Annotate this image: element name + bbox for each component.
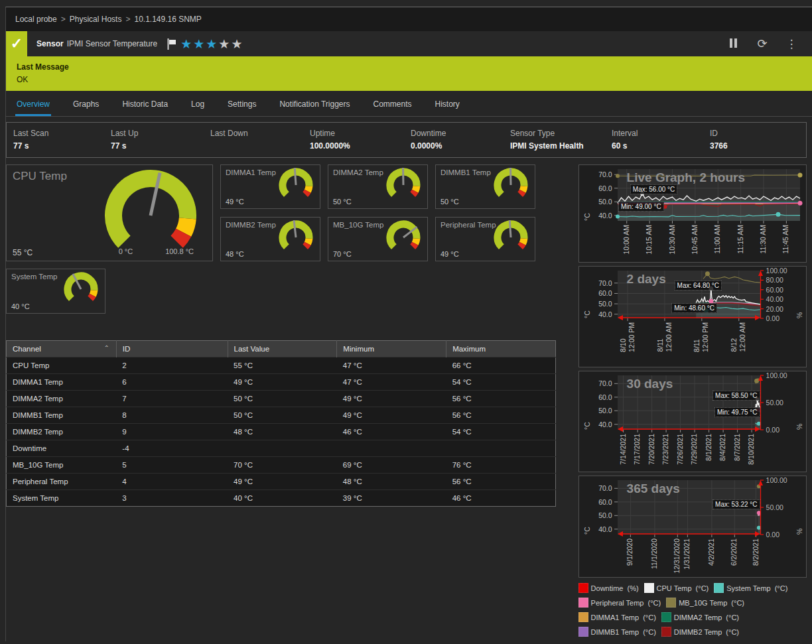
table-cell: 69 °C [337,457,446,474]
tab-overview[interactable]: Overview [15,99,51,116]
legend-unit: (%) [627,584,638,592]
legend-label: CPU Temp [657,584,692,592]
y-axis-tick-label: 50.0 [592,198,612,206]
table-cell: 3 [116,490,228,507]
graph-card-365-days[interactable]: °C70.060.050.040.0365 daysMax: 53.22 °C1… [578,476,807,578]
table-cell: 8 [116,407,228,424]
table-header-row: Channel⌃IDLast ValueMinimumMaximum [7,341,556,357]
table-cell: 49 °C [228,474,337,490]
column-header-last-value[interactable]: Last Value [228,341,337,357]
gauge-system-temp[interactable]: System Temp40 °C [6,269,105,314]
gauge-title: DIMMB1 Temp [440,168,491,176]
priority-stars[interactable]: ★★★★★ [180,38,243,50]
y-axis-tick-label: 60.0 [592,289,612,297]
small-gauges-grid: DIMMA1 Temp49 °CDIMMA2 Temp50 °CDIMMB1 T… [220,164,535,314]
breadcrumb-item[interactable]: Physical Hosts [70,15,122,24]
table-cell: 56 °C [446,391,556,407]
table-cell: 49 °C [337,407,446,424]
refresh-icon[interactable]: ⟳ [756,36,768,51]
table-row[interactable]: DIMMB1 Temp850 °C49 °C56 °C [7,407,556,424]
plot-area: 30 daysMax: 58.50 °CMin: 49.75 °C [618,375,760,430]
info-field-label: Uptime [310,129,404,138]
legend-swatch [666,598,676,608]
graph-card-2-days[interactable]: °C70.060.050.040.02 daysMax: 64.80 °CMin… [578,266,807,367]
breadcrumb-item[interactable]: Local probe [15,15,57,24]
gauge-dimma2-temp[interactable]: DIMMA2 Temp50 °C [328,164,428,209]
x-axis-tick-label: 7/17/2021 [633,434,642,465]
table-cell: 50 °C [228,391,337,407]
table-cell: Peripheral Temp [7,474,117,490]
gauge-value: 49 °C [440,250,459,258]
table-row[interactable]: Peripheral Temp449 °C48 °C56 °C [7,474,556,490]
tab-log[interactable]: Log [190,99,206,116]
legend-item-system-temp[interactable]: System Temp(°C) [714,583,787,593]
last-message-banner: Last Message OK [6,56,812,91]
table-row[interactable]: DIMMB2 Temp948 °C46 °C54 °C [7,424,556,440]
table-row[interactable]: DIMMA1 Temp649 °C47 °C54 °C [7,374,556,391]
tab-history[interactable]: History [434,99,461,116]
legend-item-downtime[interactable]: Downtime(%) [578,583,639,593]
star-icon[interactable]: ★ [206,37,218,51]
legend-item-dimma2-temp[interactable]: DIMMA2 Temp(°C) [661,612,739,622]
legend-item-cpu-temp[interactable]: CPU Temp(°C) [644,583,709,593]
graphs-column: °C70.060.050.040.0Live Graph, 2 hoursMax… [578,164,807,641]
star-icon[interactable]: ★ [180,37,193,51]
column-header-channel[interactable]: Channel⌃ [7,341,117,357]
table-row[interactable]: MB_10G Temp570 °C69 °C76 °C [7,457,556,474]
y-axis-tick-label: 40.0 [592,212,612,220]
star-icon[interactable]: ★ [231,37,243,51]
y-axis-tick-label: 50.0 [592,511,612,519]
kebab-menu-icon[interactable]: ⋮ [785,37,797,51]
legend-swatch [661,627,671,637]
star-icon[interactable]: ★ [218,37,231,51]
right-axis-tick-label: 20.00 [766,305,783,313]
table-row[interactable]: DIMMA2 Temp750 °C49 °C56 °C [7,391,556,407]
x-axis-tick-label: 7/20/2021 [647,434,656,465]
column-header-minimum[interactable]: Minimum [337,341,446,357]
legend-unit: (°C) [731,599,744,607]
gauge-cpu-temp[interactable]: CPU Temp55 °C0 °C100.8 °C [6,164,213,261]
table-cell: 48 °C [337,474,446,490]
legend-label: DIMMA1 Temp [591,613,640,621]
gauge-dimmb2-temp[interactable]: DIMMB2 Temp48 °C [220,217,320,261]
star-icon[interactable]: ★ [193,37,206,51]
gauge-title: DIMMA1 Temp [226,168,276,176]
legend-item-dimma1-temp[interactable]: DIMMA1 Temp(°C) [578,612,656,622]
legend-item-dimmb1-temp[interactable]: DIMMB1 Temp(°C) [578,627,656,637]
info-field-value: IPMI System Health [510,141,605,151]
column-header-id[interactable]: ID [116,341,228,357]
tab-comments[interactable]: Comments [372,99,413,116]
right-axis-tick-label: 0.00 [766,426,779,434]
legend-item-mb-10g-temp[interactable]: MB_10G Temp(°C) [666,598,744,608]
x-axis-tick-label: 9/1/2020 [626,539,634,566]
legend-item-dimmb2-temp[interactable]: DIMMB2 Temp(°C) [661,627,739,637]
graph-card-30-days[interactable]: °C70.060.050.040.030 daysMax: 58.50 °CMi… [578,371,807,472]
graph-card-live-graph-2-hours[interactable]: °C70.060.050.040.0Live Graph, 2 hoursMax… [578,164,807,263]
x-axis-tick-label: 8/10 12:00 PM [619,322,636,352]
table-row[interactable]: Downtime-4 [7,440,556,457]
tab-graphs[interactable]: Graphs [72,99,100,116]
legend-unit: (°C) [647,599,661,607]
priority-flag-icon[interactable] [167,38,176,50]
tab-notification-triggers[interactable]: Notification Triggers [278,99,351,116]
table-cell: 40 °C [228,490,337,507]
legend-item-peripheral-temp[interactable]: Peripheral Temp(°C) [578,598,661,608]
table-cell: DIMMB2 Temp [7,424,117,440]
table-row[interactable]: System Temp340 °C39 °C46 °C [7,490,556,507]
gauge-peripheral-temp[interactable]: Peripheral Temp49 °C [435,217,535,261]
gauge-dial: 0 °C100.8 °C [94,166,207,262]
table-cell: Downtime [7,440,117,457]
gauge-dimma1-temp[interactable]: DIMMA1 Temp49 °C [220,164,320,209]
table-cell: DIMMB1 Temp [7,407,117,424]
column-header-maximum[interactable]: Maximum [446,341,556,357]
pause-icon[interactable] [727,38,739,50]
gauge-dimmb1-temp[interactable]: DIMMB1 Temp50 °C [435,164,535,209]
table-row[interactable]: CPU Temp255 °C47 °C66 °C [7,357,556,374]
tab-historic-data[interactable]: Historic Data [121,99,169,116]
gauge-mb-10g-temp[interactable]: MB_10G Temp70 °C [328,217,428,261]
gauge-value: 55 °C [13,248,33,257]
info-field-value: 100.0000% [310,141,404,151]
breadcrumb-item[interactable]: 10.1.149.16 SNMP [134,15,201,24]
info-field-value: 77 s [111,141,204,151]
tab-settings[interactable]: Settings [226,99,257,116]
